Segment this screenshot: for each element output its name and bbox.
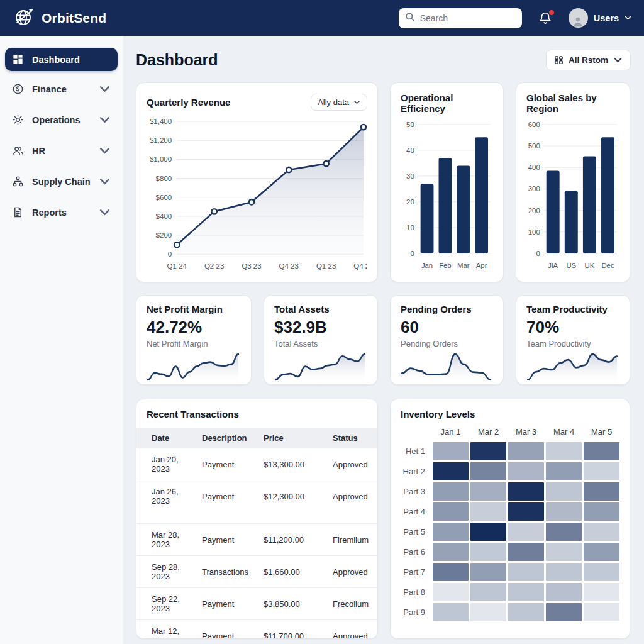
filter-button[interactable]: All Rstom (546, 50, 631, 70)
operational-efficiency-chart: 50403020100JanFebMarApr (401, 117, 493, 272)
cell-description: Payment (197, 524, 258, 556)
heatmap-cell (584, 462, 619, 480)
cell-description: Transactions (197, 556, 258, 588)
svg-text:Q2 23: Q2 23 (204, 262, 224, 270)
cell-date: Mar 12, 2023 (136, 620, 197, 640)
heatmap-cell (546, 502, 582, 521)
heatmap-row-label: Hart 2 (401, 467, 431, 476)
user-menu[interactable]: Users (569, 8, 631, 28)
sidebar-item-operations[interactable]: Operations (5, 106, 118, 133)
heatmap-cell (584, 442, 619, 460)
heatmap-cell (508, 502, 544, 521)
table-row: Jan 20, 2023Payment$13,300.00Approved (136, 448, 377, 480)
notifications-button[interactable] (538, 11, 552, 25)
search-icon (405, 12, 415, 25)
heatmap-cell (470, 543, 506, 561)
heatmap-cell (433, 442, 469, 460)
heatmap-cell (546, 442, 582, 460)
status-badge: Firemiium (328, 524, 377, 556)
heatmap-cell (508, 442, 544, 460)
cell-description: Payment (197, 448, 258, 480)
heatmap-row: Hart 2 (401, 462, 619, 480)
heatmap-cell (546, 482, 582, 501)
cell-date: Jan 26, 2023 (136, 480, 197, 524)
heatmap-column-label: Mar 4 (546, 427, 582, 440)
grid-outline-icon (554, 55, 564, 65)
svg-text:0: 0 (168, 250, 172, 258)
sidebar-item-label: Operations (32, 115, 80, 125)
heatmap-column-label: Mar 3 (508, 427, 544, 440)
quarterly-revenue-chart: $1,400$1,200$1,000$800$600$400$2000Q1 24… (147, 115, 367, 273)
hierarchy-icon (12, 175, 24, 187)
heatmap-cell (433, 603, 469, 621)
svg-text:Q1 23: Q1 23 (316, 262, 336, 270)
sidebar-item-supply-chain[interactable]: Supply Chain (5, 168, 118, 195)
cell-date: Mar 28, 2023 (136, 524, 197, 556)
svg-text:Q4 24: Q4 24 (353, 262, 367, 270)
heatmap-row-label: Part 3 (401, 487, 431, 496)
svg-text:40: 40 (406, 147, 414, 154)
heatmap-cell (470, 583, 506, 601)
recent-transactions-card: Recent Transactions Date Description Pri… (136, 399, 378, 639)
svg-text:$1,400: $1,400 (150, 118, 172, 125)
chart-range-select[interactable]: Ally data (311, 94, 367, 111)
search-box[interactable] (399, 8, 522, 28)
avatar (569, 8, 588, 28)
svg-text:$800: $800 (156, 175, 172, 182)
cell-description: Payment (197, 480, 258, 524)
heatmap-column-label: Mar 5 (584, 427, 619, 440)
heatmap-row-label: Part 8 (401, 587, 431, 597)
svg-text:Q1 24: Q1 24 (167, 262, 187, 270)
sidebar-item-label: Finance (32, 84, 67, 94)
heatmap-row-label: Part 7 (401, 567, 431, 577)
svg-text:$200: $200 (156, 231, 172, 239)
heatmap-cell (470, 482, 506, 501)
brand-name: OrbitSend (42, 11, 106, 26)
kpi-subtitle: Team Productivity (526, 339, 619, 348)
heatmap-cell (470, 563, 506, 581)
cell-date: Jan 20, 2023 (136, 448, 197, 480)
table-row: Jan 26, 2023Payment$12,300.00Approved (136, 480, 377, 524)
chart-range-label: Ally data (318, 97, 349, 107)
dollar-circle-icon (12, 83, 24, 95)
heatmap-cell (470, 502, 506, 521)
heatmap-cell (508, 543, 544, 561)
cell-price: $3,850.00 (258, 588, 328, 620)
quarterly-revenue-card: Quarterly Revenue Ally data $1,400$1,200… (136, 82, 378, 282)
sidebar-item-dashboard[interactable]: Dashboard (5, 48, 118, 71)
heatmap-row: Part 8 (401, 583, 619, 601)
status-badge: Approved (328, 480, 377, 524)
heatmap-cell (546, 563, 582, 581)
cell-description: Payment (197, 620, 258, 640)
chart-title: Global Sales by Region (526, 92, 619, 114)
chevron-down-icon (625, 14, 631, 21)
heatmap-cell (433, 462, 469, 480)
svg-text:$600: $600 (156, 194, 172, 201)
user-label: Users (594, 13, 619, 23)
sidebar-item-hr[interactable]: HR (5, 137, 118, 164)
inventory-heatmap: Jan 1Mar 2Mar 3Mar 4Mar 5Het 1Hart 2Part… (401, 427, 619, 621)
heatmap-cell (508, 583, 544, 601)
topbar: OrbitSend Users (0, 0, 644, 36)
heatmap-cell (508, 482, 544, 501)
chevron-down-icon (353, 99, 360, 106)
brand: OrbitSend (13, 6, 106, 31)
heatmap-title: Inventory Levels (401, 409, 619, 419)
kpi-value: 42.72% (147, 318, 241, 337)
chart-title: Operational Efficiency (401, 92, 493, 114)
sidebar-item-finance[interactable]: Finance (5, 75, 118, 103)
heatmap-cell (584, 603, 619, 621)
heatmap-cell (584, 523, 619, 541)
inventory-levels-card: Inventory Levels Jan 1Mar 2Mar 3Mar 4Mar… (390, 399, 630, 639)
cell-price: $13,300.00 (258, 448, 328, 480)
table-row: Sep 22, 2023Payment$3,850.00Frecoiium (136, 588, 377, 620)
kpi-value: 60 (401, 318, 493, 337)
kpi-team-productivity: Team Productivity 70% Team Productivity (516, 295, 630, 385)
column-header-price: Price (258, 428, 328, 448)
heatmap-row: Part 4 (401, 502, 619, 521)
sidebar-item-reports[interactable]: Reports (5, 199, 118, 226)
heatmap-cell (508, 603, 544, 621)
kpi-sparkline (274, 350, 367, 384)
operational-efficiency-card: Operational Efficiency 50403020100JanFeb… (390, 82, 504, 282)
search-input[interactable] (420, 13, 516, 23)
